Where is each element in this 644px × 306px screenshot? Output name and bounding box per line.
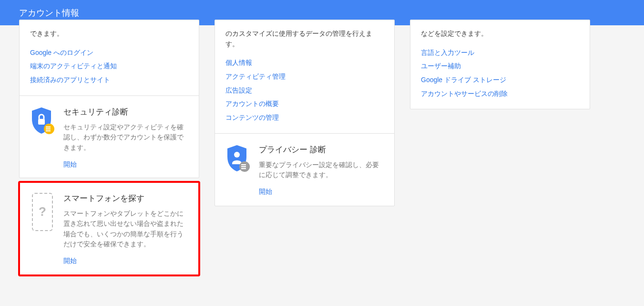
card-privacy-links: のカスタマイズに使用するデータの管理を行えます。 個人情報 アクティビティ管理 … [215,20,395,206]
svg-rect-9 [241,168,246,169]
card-desc-tail: のカスタマイズに使用するデータの管理を行えます。 [225,29,384,49]
link-delete-account[interactable]: アカウントやサービスの削除 [421,87,579,101]
svg-rect-0 [38,119,45,125]
svg-rect-3 [46,128,51,129]
find-phone-desc: スマートフォンやタブレットをどこかに置き忘れて思い出せない場合や盗まれた場合でも… [63,209,188,250]
page-title: アカウント情報 [19,7,79,19]
security-check-desc: セキュリティ設定やアクティビティを確認し、わずか数分でアカウントを保護できます。 [63,122,188,153]
link-drive-storage[interactable]: Google ドライブ ストレージ [421,73,579,87]
link-account-overview[interactable]: アカウントの概要 [225,97,384,111]
link-personal-info[interactable]: 個人情報 [225,56,384,70]
feature-find-phone: ? スマートフォンを探す スマートフォンやタブレットをどこかに置き忘れて思い出せ… [20,182,199,275]
security-check-title: セキュリティ診断 [63,106,188,117]
column-signin-security: できます。 Google へのログイン 端末のアクティビティと通知 接続済みのア… [19,20,199,279]
shield-person-icon [225,144,250,196]
privacy-check-desc: 重要なプライバシー設定を確認し、必要に応じて調整できます。 [259,160,384,180]
link-activity-controls[interactable]: アクティビティ管理 [225,70,384,84]
link-google-login[interactable]: Google へのログイン [30,46,188,60]
svg-point-5 [234,152,240,158]
svg-rect-4 [46,130,51,131]
card-find-phone: ? スマートフォンを探す スマートフォンやタブレットをどこかに置き忘れて思い出せ… [19,182,199,275]
card-desc-tail: できます。 [30,29,188,39]
link-connected-apps[interactable]: 接続済みのアプリとサイト [30,73,188,87]
security-check-start[interactable]: 開始 [63,160,77,168]
link-device-activity[interactable]: 端末のアクティビティと通知 [30,59,188,73]
main-content: できます。 Google へのログイン 端末のアクティビティと通知 接続済みのア… [0,20,644,279]
shield-lock-icon [30,106,55,169]
link-content-controls[interactable]: コンテンツの管理 [225,111,384,125]
column-personal-privacy: のカスタマイズに使用するデータの管理を行えます。 個人情報 アクティビティ管理 … [215,20,395,279]
privacy-check-title: プライバシー 診断 [259,144,384,155]
svg-rect-2 [46,127,51,127]
card-prefs-links: などを設定できます。 言語と入力ツール ユーザー補助 Google ドライブ ス… [410,20,590,109]
feature-privacy-check: プライバシー 診断 重要なプライバシー設定を確認し、必要に応じて調整できます。 … [215,134,394,206]
link-ads-settings[interactable]: 広告設定 [225,84,384,97]
link-language-input[interactable]: 言語と入力ツール [421,46,579,60]
question-glyph: ? [39,204,46,219]
card-security-links: できます。 Google へのログイン 端末のアクティビティと通知 接続済みのア… [19,20,199,178]
column-account-prefs: などを設定できます。 言語と入力ツール ユーザー補助 Google ドライブ ス… [410,20,590,279]
feature-security-check: セキュリティ診断 セキュリティ設定やアクティビティを確認し、わずか数分でアカウン… [20,96,199,178]
card-desc-tail: などを設定できます。 [421,29,579,39]
privacy-check-start[interactable]: 開始 [259,188,272,195]
find-phone-start[interactable]: 開始 [63,257,77,264]
svg-rect-8 [241,166,246,167]
svg-rect-7 [241,164,246,165]
link-accessibility[interactable]: ユーザー補助 [421,59,579,73]
phone-question-icon: ? [30,193,55,265]
find-phone-title: スマートフォンを探す [63,193,188,204]
